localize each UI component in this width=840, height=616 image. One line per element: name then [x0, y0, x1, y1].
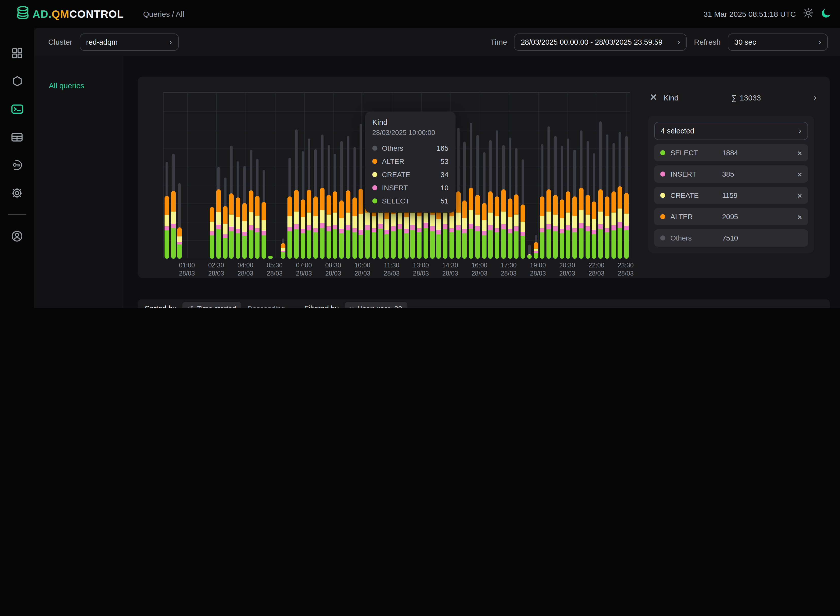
series-label: INSERT [382, 184, 436, 192]
cluster-hexagon-icon[interactable] [10, 75, 24, 88]
x-axis-tick: 10:0028/03 [355, 261, 371, 277]
series-value: 51 [441, 197, 449, 205]
queries-chart-card: Kind 28/03/2025 10:00:00 Others 165 ALTE… [138, 76, 830, 278]
kind-selected-value: 4 selected [661, 127, 694, 135]
queries-terminal-icon[interactable] [10, 103, 24, 116]
series-color-dot [660, 235, 665, 241]
series-color-dot [372, 185, 377, 190]
kind-selected-dropdown[interactable]: 4 selected › [654, 122, 808, 140]
sort-chip[interactable]: ↺ Time started [182, 302, 241, 308]
kind-title: Kind [663, 93, 678, 102]
chevron-right-icon[interactable]: › [814, 92, 816, 103]
app-window: AD.QMCONTROL Queries / All 31 Mar 2025 0… [0, 0, 840, 308]
cluster-label: Cluster [48, 38, 72, 46]
tooltip-row: SELECT 51 [372, 194, 449, 208]
remove-series-icon[interactable]: × [797, 191, 802, 199]
series-value: 1159 [722, 191, 792, 199]
x-axis-tick: 07:0028/03 [296, 261, 312, 277]
series-color-dot [372, 198, 377, 204]
series-label: SELECT [382, 197, 436, 205]
time-range-value: 28/03/2025 00:00:00 - 28/03/2025 23:59:5… [521, 38, 662, 46]
x-axis-tick: 13:0028/03 [413, 261, 429, 277]
legend-row: CREATE 1159 × [654, 187, 808, 204]
kind-filter-header: ✕ Kind ∑13033 › [650, 90, 816, 105]
refresh-value: 30 sec [734, 38, 756, 46]
tooltip-title: Kind [372, 118, 449, 126]
remove-kind-filter-icon[interactable]: ✕ [650, 92, 657, 103]
tooltip-row: INSERT 10 [372, 181, 449, 194]
series-label: Others [382, 144, 432, 152]
series-label: Others [670, 234, 717, 242]
chevron-right-icon: › [799, 126, 802, 136]
sigma-icon: ∑ [731, 93, 737, 102]
brand-part-1: AD. [32, 8, 51, 19]
dark-theme-moon-icon[interactable] [821, 7, 832, 21]
tooltip-row: Others 165 [372, 142, 449, 155]
stacked-bar-chart[interactable]: Kind 28/03/2025 10:00:00 Others 165 ALTE… [163, 92, 630, 258]
series-label: ALTER [670, 213, 717, 221]
legend-row: ALTER 2095 × [654, 208, 808, 225]
clock-utc: 31 Mar 2025 08:51:18 UTC [703, 10, 796, 18]
sort-direction[interactable]: Descending [247, 304, 285, 308]
x-axis-tick: 02:3028/03 [208, 261, 224, 277]
series-value: 53 [441, 157, 449, 166]
series-label: INSERT [670, 170, 717, 178]
x-axis-labels: 01:0028/0302:3028/0304:0028/0305:3028/03… [163, 261, 630, 279]
light-theme-sun-icon[interactable] [803, 7, 814, 20]
tables-icon[interactable] [10, 131, 24, 144]
x-axis-tick: 08:3028/03 [325, 261, 341, 277]
chart-crosshair [361, 93, 362, 258]
sort-field: Time started [197, 304, 237, 308]
x-axis-tick: 11:3028/03 [384, 261, 400, 277]
chevron-right-icon: › [814, 37, 821, 47]
nav-rail [0, 28, 34, 308]
tooltip-row: CREATE 34 [372, 168, 449, 181]
series-color-dot [372, 159, 377, 164]
x-axis-tick: 05:3028/03 [266, 261, 282, 277]
time-range-select[interactable]: 28/03/2025 00:00:00 - 28/03/2025 23:59:5… [514, 33, 687, 50]
series-color-dot [660, 150, 665, 155]
remove-series-icon[interactable]: × [797, 170, 802, 178]
x-axis-tick: 01:0028/03 [179, 261, 195, 277]
profile-icon[interactable] [10, 229, 24, 242]
remove-series-icon[interactable]: × [797, 148, 802, 157]
brand-part-3: CONTROL [69, 8, 124, 19]
breadcrumb[interactable]: Queries / All [143, 10, 184, 18]
sorted-by-label: Sorted by [145, 304, 176, 308]
database-logo-icon [16, 5, 32, 23]
x-axis-tick: 14:3028/03 [442, 261, 458, 277]
reset-sort-icon[interactable]: ↺ [187, 304, 193, 308]
sort-filter-bar: Sorted by ↺ Time started Descending Filt… [138, 299, 830, 308]
series-color-dot [372, 172, 377, 177]
series-label: CREATE [670, 191, 717, 199]
sidebar-item-all-queries[interactable]: All queries [49, 81, 122, 90]
tooltip-datetime: 28/03/2025 10:00:00 [372, 129, 449, 136]
app-logo: AD.QMCONTROL [16, 5, 124, 23]
filter-chip-text: User: user_29 [357, 304, 402, 308]
cluster-select[interactable]: red-adqm › [79, 33, 178, 50]
settings-gear-icon[interactable] [10, 186, 24, 199]
remove-filter-icon[interactable]: × [350, 304, 354, 308]
series-value: 34 [441, 170, 449, 179]
series-color-dot [372, 146, 377, 151]
refresh-label: Refresh [694, 38, 721, 46]
rail-divider [8, 214, 26, 215]
series-label: SELECT [670, 149, 717, 157]
refresh-select[interactable]: 30 sec › [728, 33, 828, 50]
user-filter-chip[interactable]: × User: user_29 [344, 302, 407, 308]
queries-sidebar: All queries [34, 56, 122, 308]
x-axis-tick: 16:0028/03 [472, 261, 488, 277]
legend-row: SELECT 1884 × [654, 144, 808, 161]
series-label: CREATE [382, 170, 436, 179]
brand-part-2: QM [51, 8, 69, 19]
chevron-right-icon: › [672, 37, 680, 47]
cluster-value: red-adqm [86, 38, 118, 46]
series-color-dot [660, 193, 665, 198]
dashboard-icon[interactable] [10, 47, 24, 60]
x-axis-tick: 04:0028/03 [237, 261, 253, 277]
kind-legend-panel: 4 selected › SELECT 1884 × INSERT 385 × … [648, 116, 814, 253]
remove-series-icon[interactable]: × [797, 212, 802, 221]
series-color-dot [660, 172, 665, 177]
chart-tooltip: Kind 28/03/2025 10:00:00 Others 165 ALTE… [365, 111, 456, 213]
access-key-icon[interactable] [10, 158, 24, 172]
